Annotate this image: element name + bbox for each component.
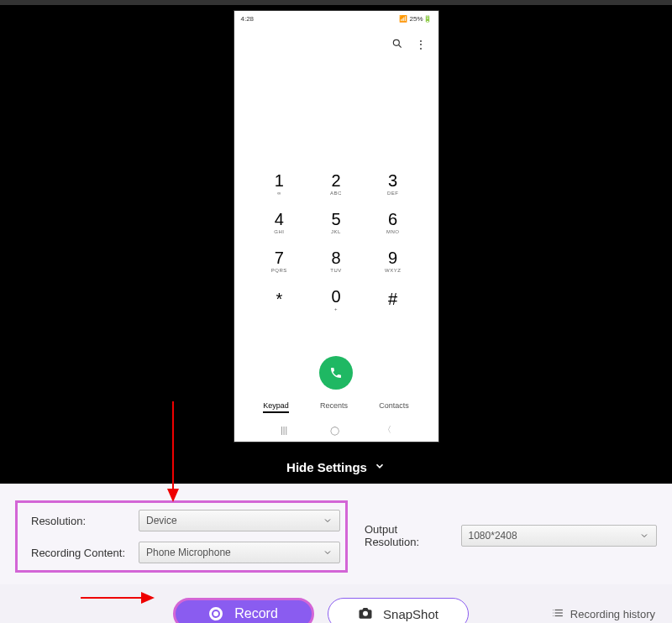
phone-tabs: Keypad Recents Contacts — [234, 390, 438, 418]
recording-content-label: Recording Content: — [23, 547, 132, 559]
recording-content-dropdown[interactable]: Phone Microphone — [139, 542, 340, 563]
key-8[interactable]: 8TUV — [330, 249, 342, 273]
status-battery: 📶 25%🔋 — [399, 15, 431, 23]
hide-settings-label: Hide Settings — [286, 460, 367, 474]
nav-recents-icon[interactable]: ||| — [281, 426, 287, 435]
search-icon[interactable] — [391, 38, 403, 51]
recording-content-value: Phone Microphone — [146, 547, 231, 558]
key-star[interactable]: * — [276, 290, 282, 309]
tab-keypad[interactable]: Keypad — [263, 401, 289, 413]
history-label: Recording history — [570, 608, 655, 620]
snapshot-label: SnapShot — [383, 607, 438, 621]
svg-line-1 — [398, 45, 401, 48]
key-7[interactable]: 7PQRS — [271, 249, 287, 273]
svg-marker-10 — [167, 489, 179, 502]
key-1[interactable]: 1∞ — [275, 171, 284, 196]
chevron-down-icon — [639, 531, 649, 541]
call-button[interactable] — [319, 356, 353, 390]
annotation-arrow-right — [81, 589, 155, 610]
list-icon — [552, 608, 564, 620]
key-9[interactable]: 9WXYZ — [385, 249, 401, 273]
nav-home-icon[interactable]: ◯ — [330, 426, 339, 435]
more-icon[interactable]: ⋮ — [415, 39, 427, 50]
record-label: Record — [234, 606, 278, 621]
output-resolution-row: Output Resolution: 1080*2408 — [365, 499, 657, 573]
chevron-down-icon — [323, 547, 333, 558]
record-icon — [209, 607, 223, 620]
record-button[interactable]: Record — [173, 598, 314, 623]
output-resolution-label: Output Resolution: — [365, 523, 453, 548]
key-6[interactable]: 6MNO — [386, 210, 400, 234]
svg-point-2 — [363, 610, 368, 615]
nav-back-icon[interactable]: 〈 — [383, 424, 391, 436]
recording-history-link[interactable]: Recording history — [552, 608, 655, 620]
phone-app-bar: ⋮ — [234, 26, 438, 63]
key-2[interactable]: 2ABC — [330, 171, 342, 196]
resolution-dropdown[interactable]: Device — [139, 510, 340, 531]
tab-recents[interactable]: Recents — [320, 401, 348, 413]
key-3[interactable]: 3DEF — [387, 171, 399, 196]
settings-panel: Resolution: Device Recording Content: Ph… — [0, 484, 672, 584]
key-hash[interactable]: # — [388, 290, 397, 309]
phone-status-bar: 4:28 📶 25%🔋 — [234, 11, 438, 26]
settings-highlight-box: Resolution: Device Recording Content: Ph… — [15, 500, 348, 573]
svg-marker-12 — [141, 592, 155, 604]
phone-mirror-screen: 4:28 📶 25%🔋 ⋮ 1∞ 2ABC 3DEF 4GHI 5JKL 6MN… — [234, 10, 439, 442]
chevron-down-icon — [374, 460, 386, 474]
recording-content-row: Recording Content: Phone Microphone — [23, 542, 340, 563]
status-time: 4:28 — [241, 15, 255, 23]
output-resolution-dropdown[interactable]: 1080*2408 — [461, 525, 657, 547]
resolution-row: Resolution: Device — [23, 510, 340, 531]
key-5[interactable]: 5JKL — [331, 210, 341, 234]
camera-icon — [358, 606, 373, 622]
dialer-keypad: 1∞ 2ABC 3DEF 4GHI 5JKL 6MNO 7PQRS 8TUV 9… — [234, 164, 438, 348]
tab-contacts[interactable]: Contacts — [379, 401, 409, 413]
annotation-arrow-down — [164, 401, 182, 505]
phone-nav-bar: ||| ◯ 〈 — [234, 418, 438, 442]
snapshot-button[interactable]: SnapShot — [328, 598, 469, 623]
resolution-value: Device — [146, 515, 177, 526]
hide-settings-toggle[interactable]: Hide Settings — [0, 450, 672, 484]
resolution-label: Resolution: — [23, 515, 132, 527]
key-4[interactable]: 4GHI — [274, 210, 284, 234]
preview-area: 4:28 📶 25%🔋 ⋮ 1∞ 2ABC 3DEF 4GHI 5JKL 6MN… — [0, 5, 672, 450]
chevron-down-icon — [323, 516, 333, 526]
key-0[interactable]: 0+ — [331, 287, 340, 312]
output-resolution-value: 1080*2408 — [469, 530, 517, 542]
svg-point-0 — [393, 39, 399, 45]
